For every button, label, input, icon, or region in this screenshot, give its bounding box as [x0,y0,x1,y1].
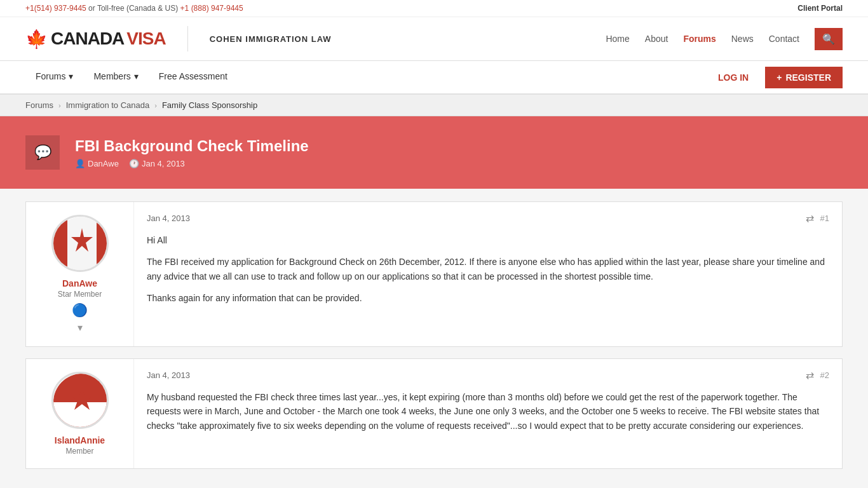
user-icon: 👤 [75,159,85,168]
register-label: REGISTER [785,72,831,83]
thread-author-meta: 👤 DanAwe [75,159,119,168]
post-card: DanAwe Star Member 🔵 ▾ Jan 4, 2013 ⇄ #1 … [25,201,843,347]
forums-chevron: ▾ [69,71,73,81]
nav-about[interactable]: About [645,34,668,44]
immigration-law-label: IMMIGRATION LAW [245,34,331,44]
register-button[interactable]: + REGISTER [765,67,843,88]
breadcrumb-sep2: › [154,102,157,109]
nav-left: Forums ▾ Members ▾ Free Assessment [25,61,238,93]
search-icon: 🔍 [822,34,835,44]
avatar [51,215,109,272]
top-bar: +1(514) 937-9445 or Toll-free (Canada & … [0,0,868,17]
logo-area: 🍁 CANADA VISA COHEN IMMIGRATION LAW [25,26,332,51]
logo-visa: VISA [126,29,165,49]
post2-username[interactable]: IslandAnnie [55,435,105,445]
thread-icon: 💬 [25,135,60,170]
breadcrumb-current: Family Class Sponsorship [162,100,257,110]
post-sidebar: DanAwe Star Member 🔵 ▾ [26,202,134,346]
post2-header: Jan 4, 2013 ⇄ #2 [147,369,829,381]
post1-username[interactable]: DanAwe [62,278,97,288]
phone-info: +1(514) 937-9445 or Toll-free (Canada & … [25,4,243,13]
post1-body: Jan 4, 2013 ⇄ #1 Hi All The FBI received… [134,202,842,346]
post2-num: #2 [820,370,829,380]
nav-news[interactable]: News [731,34,754,44]
thread-date: Jan 4, 2013 [142,159,185,168]
main-content: DanAwe Star Member 🔵 ▾ Jan 4, 2013 ⇄ #1 … [0,189,868,488]
thread-author: DanAwe [88,159,119,168]
post1-para1: Hi All [147,233,829,247]
post2-sidebar: IslandAnnie Member [26,359,134,468]
members-chevron: ▾ [134,71,139,81]
logo-divider [187,26,188,51]
post2-share-button[interactable]: ⇄ [806,369,814,381]
breadcrumb-forums[interactable]: Forums [25,100,53,110]
clock-icon: 🕐 [129,159,139,168]
nav-right: LOG IN + REGISTER [709,67,843,88]
svg-rect-5 [53,402,109,429]
thread-date-meta: 🕐 Jan 4, 2013 [129,159,185,168]
post1-para2: The FBI received my application for Back… [147,255,829,283]
nav-members-item[interactable]: Members ▾ [83,61,148,93]
avatar-image [53,217,109,272]
post1-share-button[interactable]: ⇄ [806,212,814,224]
header: 🍁 CANADA VISA COHEN IMMIGRATION LAW Home… [0,17,868,61]
post1-num: #1 [820,214,829,223]
members-label: Members [93,71,130,81]
breadcrumb: Forums › Immigration to Canada › Family … [0,95,868,116]
header-nav: Home About Forums News Contact 🔍 [606,28,843,50]
post2-date: Jan 4, 2013 [147,370,190,380]
nav-home[interactable]: Home [606,34,629,44]
post2-para1: My husband requested the FBI check three… [147,390,829,433]
post-card: IslandAnnie Member Jan 4, 2013 ⇄ #2 My h… [25,358,843,469]
forums-label: Forums [36,71,65,81]
post1-date: Jan 4, 2013 [147,214,190,223]
svg-rect-2 [97,217,109,272]
phone-separator: or Toll-free (Canada & US) [88,4,180,13]
post2-role: Member [65,447,93,456]
avatar2 [51,372,109,429]
breadcrumb-sep1: › [58,102,61,109]
post2-body: Jan 4, 2013 ⇄ #2 My husband requested th… [134,359,842,468]
post1-badge: 🔵 [72,302,88,318]
chat-icon: 💬 [34,144,51,161]
post1-header: Jan 4, 2013 ⇄ #1 [147,212,829,224]
nav-bar: Forums ▾ Members ▾ Free Assessment LOG I… [0,61,868,95]
thread-banner: 💬 FBI Background Check Timeline 👤 DanAwe… [0,116,868,189]
free-assessment-label: Free Assessment [159,71,227,81]
post2-actions: ⇄ #2 [806,369,829,381]
maple-icon: 🍁 [25,29,47,50]
login-button[interactable]: LOG IN [709,67,757,88]
cohen-label: COHEN [210,34,243,44]
search-button[interactable]: 🔍 [815,28,843,50]
svg-rect-1 [53,217,67,272]
post1-actions: ⇄ #1 [806,212,829,224]
firm-name: COHEN IMMIGRATION LAW [210,34,332,44]
register-plus-icon: + [776,72,782,83]
client-portal-link[interactable]: Client Portal [797,4,843,13]
post1-text: Hi All The FBI received my application f… [147,233,829,306]
expand-button[interactable]: ▾ [78,322,83,334]
nav-free-assessment-item[interactable]: Free Assessment [149,61,238,93]
nav-forums-item[interactable]: Forums ▾ [25,61,83,93]
phone2-link[interactable]: +1 (888) 947-9445 [180,4,243,13]
thread-meta: 👤 DanAwe 🕐 Jan 4, 2013 [75,159,309,168]
post2-text: My husband requested the FBI check three… [147,390,829,433]
phone1-link[interactable]: +1(514) 937-9445 [25,4,86,13]
post1-para3: Thanks again for any information that ca… [147,291,829,305]
thread-info: FBI Background Check Timeline 👤 DanAwe 🕐… [75,137,309,168]
nav-contact[interactable]: Contact [769,34,799,44]
logo-canada: CANADA [51,29,124,49]
thread-title: FBI Background Check Timeline [75,137,309,155]
logo[interactable]: 🍁 CANADA VISA [25,29,166,50]
post1-role: Star Member [58,290,102,299]
breadcrumb-immigration[interactable]: Immigration to Canada [66,100,150,110]
nav-forums[interactable]: Forums [683,34,715,44]
